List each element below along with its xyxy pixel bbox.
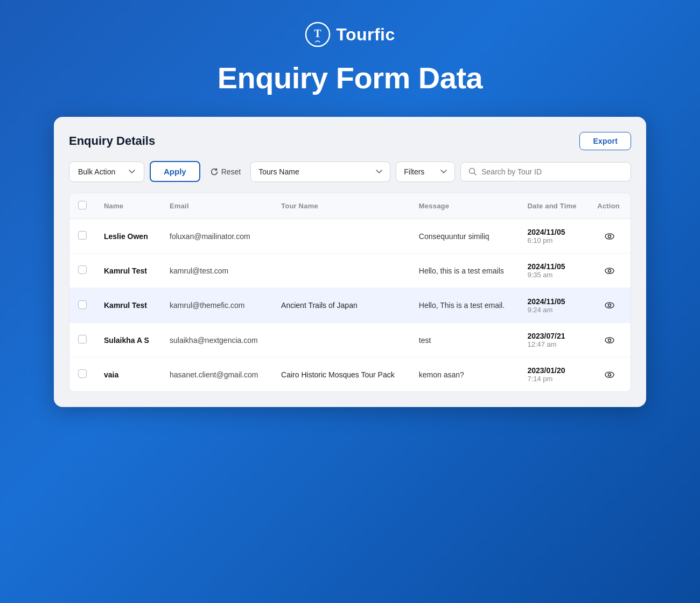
row-email: foluxan@mailinator.com [161, 219, 272, 254]
row-email: hasanet.client@gmail.com [161, 357, 272, 392]
reset-icon [210, 167, 219, 176]
row-datetime: 2023/07/21 12:47 am [519, 323, 589, 357]
row-checkbox[interactable] [78, 335, 87, 343]
filters-chevron-icon [440, 169, 447, 175]
apply-button[interactable]: Apply [150, 161, 200, 182]
tours-name-chevron-icon [376, 169, 382, 175]
svg-point-3 [605, 234, 614, 239]
row-date: 2023/01/20 [527, 366, 580, 375]
page-title: Enquiry Form Data [218, 60, 482, 95]
row-datetime: 2024/11/05 6:10 pm [519, 219, 589, 254]
row-datetime: 2023/01/20 7:14 pm [519, 357, 589, 392]
row-checkbox-cell [69, 219, 95, 254]
row-checkbox-cell [69, 357, 95, 392]
row-tour-name: Cairo Historic Mosques Tour Pack [272, 357, 410, 392]
view-button[interactable] [602, 229, 617, 244]
eye-icon [604, 369, 615, 380]
table-row: Sulaikha A S sulaikha@nextgencia.com tes… [69, 323, 631, 357]
svg-point-8 [608, 304, 611, 307]
view-button[interactable] [600, 297, 619, 314]
row-email: kamrul@test.com [161, 254, 272, 288]
svg-point-11 [605, 372, 614, 377]
select-all-checkbox[interactable] [78, 201, 87, 209]
row-tour-name [272, 323, 410, 357]
eye-icon [604, 300, 615, 311]
col-action: Action [589, 193, 631, 219]
card-title: Enquiry Details [69, 134, 155, 148]
row-action [589, 357, 631, 392]
bulk-action-label: Bulk Action [78, 167, 115, 176]
table-row: vaia hasanet.client@gmail.com Cairo Hist… [69, 357, 631, 392]
filters-label: Filters [404, 167, 424, 176]
table-row: Leslie Owen foluxan@mailinator.com Conse… [69, 219, 631, 254]
table-row: Kamrul Test kamrul@themefic.com Ancient … [69, 288, 631, 323]
row-time: 6:10 pm [527, 236, 580, 244]
toolbar: Bulk Action Apply Reset Tours Name Filte… [69, 161, 631, 182]
row-action [589, 219, 631, 254]
view-button[interactable] [602, 333, 617, 348]
row-checkbox[interactable] [78, 265, 87, 274]
row-name: Leslie Owen [95, 219, 161, 254]
row-message: Hello, this is a test emails [410, 254, 519, 288]
row-checkbox-cell [69, 323, 95, 357]
row-email: sulaikha@nextgencia.com [161, 323, 272, 357]
row-checkbox[interactable] [78, 300, 87, 309]
row-message: Consequuntur similiq [410, 219, 519, 254]
eye-icon [604, 231, 615, 242]
reset-button[interactable]: Reset [206, 163, 246, 181]
tours-name-select[interactable]: Tours Name [250, 162, 390, 182]
col-message: Message [410, 193, 519, 219]
search-icon [468, 167, 477, 176]
row-checkbox-cell [69, 254, 95, 288]
row-date: 2024/11/05 [527, 297, 580, 306]
row-action [589, 288, 631, 323]
row-checkbox[interactable] [78, 369, 87, 378]
row-email: kamrul@themefic.com [161, 288, 272, 323]
row-message: Hello, This is a test email. [410, 288, 519, 323]
row-checkbox-cell [69, 288, 95, 323]
table-row: Kamrul Test kamrul@test.com Hello, this … [69, 254, 631, 288]
row-name: Kamrul Test [95, 288, 161, 323]
tourfic-logo-icon: T [305, 22, 331, 47]
row-tour-name: Ancient Trails of Japan [272, 288, 410, 323]
row-date: 2024/11/05 [527, 262, 580, 271]
svg-point-4 [608, 235, 611, 237]
col-checkbox [69, 193, 95, 219]
row-checkbox[interactable] [78, 231, 87, 240]
card-header: Enquiry Details Export [69, 132, 631, 150]
row-time: 7:14 pm [527, 375, 580, 383]
row-datetime: 2024/11/05 9:35 am [519, 254, 589, 288]
tours-name-label: Tours Name [258, 167, 299, 176]
svg-point-9 [605, 338, 614, 343]
svg-point-6 [608, 269, 611, 272]
view-button[interactable] [602, 367, 617, 382]
row-tour-name [272, 254, 410, 288]
svg-point-5 [605, 268, 614, 274]
col-email: Email [161, 193, 272, 219]
logo-row: T Tourfic [305, 22, 395, 47]
logo-text: Tourfic [336, 25, 395, 45]
search-input[interactable] [481, 167, 623, 176]
svg-point-7 [605, 303, 614, 308]
filters-select[interactable]: Filters [396, 162, 455, 182]
row-time: 9:35 am [527, 271, 580, 279]
export-button[interactable]: Export [579, 132, 631, 150]
row-message: kemon asan? [410, 357, 519, 392]
row-message: test [410, 323, 519, 357]
svg-text:T: T [314, 27, 322, 39]
eye-icon [604, 265, 615, 276]
col-tour-name: Tour Name [272, 193, 410, 219]
page-header: T Tourfic Enquiry Form Data [218, 22, 482, 95]
view-button[interactable] [602, 263, 617, 278]
row-date: 2024/11/05 [527, 228, 580, 236]
enquiry-card: Enquiry Details Export Bulk Action Apply… [54, 117, 646, 407]
svg-point-10 [608, 339, 611, 341]
reset-label: Reset [221, 167, 241, 176]
eye-icon [604, 335, 615, 346]
search-box [460, 162, 631, 181]
row-name: Kamrul Test [95, 254, 161, 288]
bulk-action-button[interactable]: Bulk Action [69, 162, 144, 182]
svg-point-12 [608, 373, 611, 376]
row-date: 2023/07/21 [527, 332, 580, 340]
row-tour-name [272, 219, 410, 254]
